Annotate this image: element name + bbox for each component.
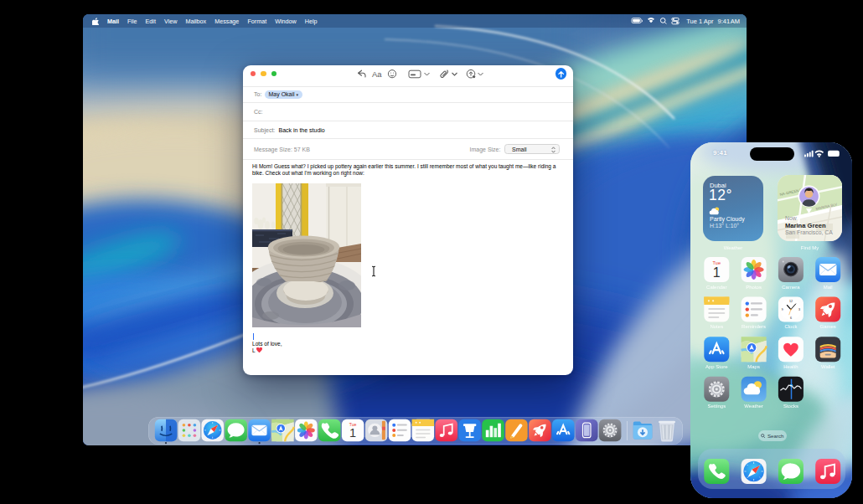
svg-text:Calendar: Calendar bbox=[706, 285, 726, 290]
svg-text:9: 9 bbox=[782, 308, 783, 311]
svg-text:Reminders: Reminders bbox=[742, 324, 766, 329]
svg-text:1: 1 bbox=[349, 426, 356, 440]
svg-text:3: 3 bbox=[798, 308, 800, 311]
svg-text:12: 12 bbox=[789, 300, 793, 303]
svg-text:Maps: Maps bbox=[747, 364, 760, 369]
svg-text:Wallet: Wallet bbox=[821, 364, 835, 369]
svg-text:Settings: Settings bbox=[707, 404, 726, 409]
svg-text:Find My: Find My bbox=[801, 245, 819, 250]
svg-text:Clock: Clock bbox=[784, 324, 798, 329]
svg-text:App Store: App Store bbox=[705, 364, 728, 369]
svg-text:Stocks: Stocks bbox=[783, 404, 798, 409]
svg-text:Camera: Camera bbox=[782, 285, 800, 290]
svg-text:1: 1 bbox=[713, 265, 721, 280]
svg-text:Games: Games bbox=[820, 324, 836, 329]
svg-text:6: 6 bbox=[790, 316, 792, 320]
svg-text:Weather: Weather bbox=[724, 245, 743, 250]
svg-text:Notes: Notes bbox=[710, 324, 723, 329]
svg-text:Health: Health bbox=[783, 364, 798, 369]
svg-text:Photos: Photos bbox=[746, 285, 762, 290]
svg-text:Mail: Mail bbox=[824, 285, 833, 290]
svg-text:Aa: Aa bbox=[372, 69, 382, 79]
svg-text:Weather: Weather bbox=[744, 404, 763, 409]
